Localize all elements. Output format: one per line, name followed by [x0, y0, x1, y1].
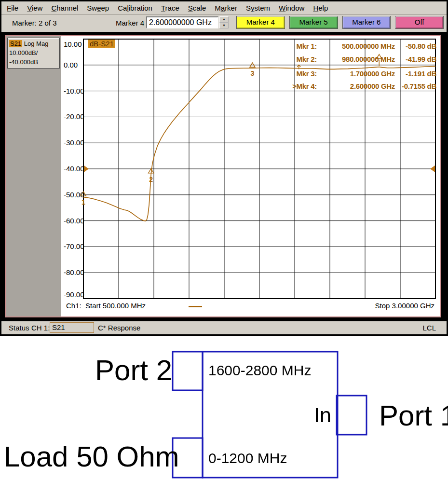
- menu-view[interactable]: View: [23, 4, 47, 12]
- mkr-label: Mkr 3:: [244, 69, 317, 78]
- y-tick-label: -30.00: [64, 138, 84, 147]
- mkr-value: -50.80 dB: [395, 42, 436, 51]
- y-tick-label: -20.00: [64, 112, 84, 121]
- s21-plot: 123: [61, 36, 440, 316]
- mkr-label: >Mkr 4:: [244, 82, 317, 91]
- y-tick-label: -90.00: [64, 290, 84, 299]
- toolbar-button-marker-5[interactable]: Marker 5: [289, 16, 338, 29]
- marker-readout-row: Mkr 2:980.000000 MHz-41.99 dB: [244, 55, 436, 64]
- vna-application: FileViewChannelSweepCalibrationTraceScal…: [0, 0, 448, 336]
- menu-calibration[interactable]: Calibration: [113, 4, 157, 12]
- menu-marker[interactable]: Marker: [210, 4, 242, 12]
- channel-label: Ch1:: [66, 302, 81, 310]
- trace-format-label: Log Mag: [24, 40, 49, 47]
- y-tick-label: 0.00: [64, 61, 78, 69]
- mkr-label: Mkr 2:: [244, 55, 317, 64]
- in-label: In: [314, 403, 331, 427]
- ref-level-arrow-left: [84, 165, 89, 172]
- y-tick-label: -50.00: [64, 191, 84, 199]
- menu-help[interactable]: Help: [309, 4, 332, 12]
- mkr-freq: 1.700000 GHz: [317, 69, 395, 78]
- toolbar-button-marker-6[interactable]: Marker 6: [342, 16, 391, 29]
- y-tick-label: -60.00: [64, 217, 84, 225]
- status-channel-label: CH 1:: [31, 324, 50, 332]
- stepper-up-icon[interactable]: ▲: [219, 16, 229, 23]
- marker-2-number: 2: [149, 176, 153, 183]
- mkr-freq: 980.000000 MHz: [317, 55, 395, 64]
- sweep-range-footer: Ch1: Start 500.000 MHz Stop 3.00000 GHz: [61, 301, 440, 312]
- port2-label: Port 2: [95, 354, 172, 387]
- menu-window[interactable]: Window: [274, 4, 309, 12]
- mkr-freq: 2.600000 GHz: [317, 82, 395, 91]
- menu-scale[interactable]: Scale: [184, 4, 211, 12]
- marker4-frequency-input[interactable]: [146, 16, 218, 28]
- y-tick-label: -80.00: [64, 268, 84, 276]
- mkr-value: -41.99 dB: [395, 55, 436, 64]
- diplexer-diagram: Port 2 Load 50 Ohm Port 1 In 1600-2800 M…: [0, 336, 448, 480]
- menu-system[interactable]: System: [242, 4, 274, 12]
- marker4-field-label: Marker 4: [116, 19, 144, 27]
- status-measurement-box: S21: [50, 322, 94, 333]
- marker-readout-row: Mkr 3:1.700000 GHz-1.191 dB: [244, 69, 436, 78]
- marker-readout-row: >Mkr 4:2.600000 GHz-0.7155 dB: [244, 82, 436, 91]
- marker-buttons-row: Marker 4Marker 5Marker 6Off: [236, 16, 444, 29]
- start-frequency-label: Start 500.000 MHz: [85, 302, 146, 310]
- status-label: Status: [9, 324, 29, 332]
- status-bar: Status CH 1: S21 C* Response LCL: [1, 321, 447, 334]
- trace-status-sidebar: S21 Log Mag 10.000dB/ -40.000dB: [6, 36, 61, 316]
- trace-ref-label: -40.000dB: [9, 57, 58, 67]
- marker-toolbar: Marker: 2 of 3 Marker 4 ▲ ▼ Marker 4Mark…: [1, 14, 447, 32]
- marker-1-number: 1: [81, 198, 85, 206]
- y-tick-label: -70.00: [64, 242, 84, 250]
- mkr-label: Mkr 1:: [244, 42, 317, 51]
- y-tick-label: -40.00: [64, 165, 84, 173]
- toolbar-button-marker-4[interactable]: Marker 4: [236, 16, 285, 29]
- status-lcl-label: LCL: [422, 324, 436, 332]
- menu-trace[interactable]: Trace: [157, 4, 184, 12]
- menu-bar: FileViewChannelSweepCalibrationTraceScal…: [1, 1, 447, 14]
- trace-status-box[interactable]: S21 Log Mag 10.000dB/ -40.000dB: [7, 38, 60, 69]
- port1-connector-box: [337, 396, 367, 435]
- y-tick-label: -10.00: [64, 87, 84, 95]
- toolbar-button-off[interactable]: Off: [395, 16, 444, 29]
- port1-label: Port 1: [379, 399, 448, 432]
- marker4-frequency-stepper: ▲ ▼: [219, 16, 229, 28]
- ref-level-arrow-right: [430, 165, 435, 172]
- status-response-label: C* Response: [98, 324, 140, 332]
- menu-channel[interactable]: Channel: [47, 4, 82, 12]
- menu-file[interactable]: File: [2, 4, 23, 12]
- port2-connector-box: [173, 352, 203, 390]
- stepper-down-icon[interactable]: ▼: [219, 23, 229, 29]
- marker-status-text: Marker: 2 of 3: [12, 19, 57, 27]
- trace-color-legend: [189, 306, 202, 307]
- highpass-band-label: 1600-2800 MHz: [208, 362, 311, 379]
- y-tick-label: 10.00: [64, 40, 82, 48]
- trace-scale-label: 10.000dB/: [9, 48, 58, 57]
- plot-area: 123 dB-S21 10.000.00-10.00-20.00-30.00-4…: [61, 36, 440, 316]
- channel1-window: S21 Log Mag 10.000dB/ -40.000dB 123 dB-S…: [5, 35, 441, 317]
- mkr-value: -0.7155 dB: [395, 82, 436, 91]
- mkr-value: -1.191 dB: [395, 69, 436, 78]
- trace-title-tag: dB-S21: [88, 40, 115, 48]
- menu-sweep[interactable]: Sweep: [82, 4, 113, 12]
- trace-meas-label: S21: [9, 40, 22, 47]
- load-label: Load 50 Ohm: [4, 440, 179, 473]
- stop-frequency-label: Stop 3.00000 GHz: [375, 302, 434, 310]
- lowpass-band-label: 0-1200 MHz: [208, 450, 287, 466]
- mkr-freq: 500.000000 MHz: [317, 42, 395, 51]
- marker-readout-row: Mkr 1:500.000000 MHz-50.80 dB: [244, 42, 436, 51]
